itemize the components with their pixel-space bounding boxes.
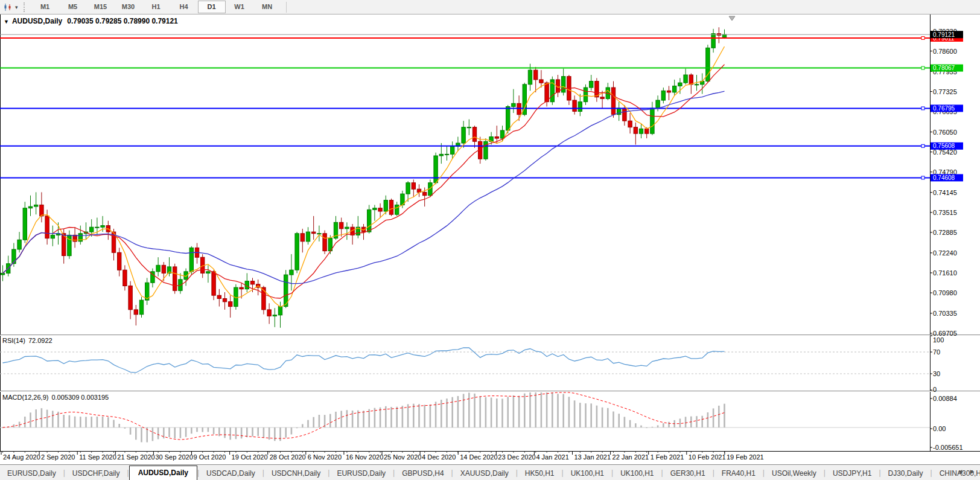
- tab-uk100-h1[interactable]: UK100,H1: [564, 467, 611, 480]
- rsi-indicator-value: 72.0922: [28, 337, 52, 344]
- tab-usdjpy-h1[interactable]: USDJPY,H1: [826, 467, 879, 480]
- svg-text:21 Sep 2020: 21 Sep 2020: [117, 453, 154, 461]
- svg-text:0.00: 0.00: [933, 425, 946, 432]
- tf-button-w1[interactable]: W1: [226, 1, 253, 13]
- macd-pane-label: MACD(12,26,9)0.005309 0.003195: [2, 394, 109, 401]
- tf-button-m30[interactable]: M30: [115, 1, 142, 13]
- chart-type-icon[interactable]: [2, 2, 13, 13]
- tf-button-h1[interactable]: H1: [142, 1, 170, 13]
- toolbar-divider: [286, 2, 287, 13]
- tf-button-mn[interactable]: MN: [253, 1, 281, 13]
- svg-text:9 Oct 2020: 9 Oct 2020: [194, 453, 226, 461]
- svg-text:0.74145: 0.74145: [933, 189, 957, 196]
- tf-button-d1[interactable]: D1: [198, 1, 226, 13]
- tab-usdcad-daily[interactable]: USDCAD,Daily: [199, 467, 262, 480]
- svg-text:1 Feb 2021: 1 Feb 2021: [651, 453, 684, 461]
- svg-text:28 Oct 2020: 28 Oct 2020: [270, 453, 306, 461]
- chart-symbol-label: AUDUSD,Daily: [12, 17, 62, 25]
- tab-xauusd-daily[interactable]: XAUUSD,Daily: [453, 467, 516, 480]
- tab-eurusd-daily[interactable]: EURUSD,Daily: [329, 467, 393, 480]
- tf-button-m5[interactable]: M5: [59, 1, 87, 13]
- chart-canvas[interactable]: 0.792300.786000.779550.773250.766950.760…: [0, 0, 980, 467]
- tab-fra40-h1[interactable]: FRA40,H1: [714, 467, 763, 480]
- tab-dj30-daily[interactable]: DJ30,Daily: [881, 467, 931, 480]
- svg-text:14 Dec 2020: 14 Dec 2020: [460, 453, 497, 461]
- svg-text:24 Aug 2020: 24 Aug 2020: [3, 453, 40, 461]
- toolbar-grip[interactable]: [24, 2, 28, 12]
- svg-text:23 Dec 2020: 23 Dec 2020: [498, 453, 535, 461]
- collapse-chart-icon[interactable]: ▼: [4, 19, 9, 25]
- svg-text:0.00884: 0.00884: [933, 395, 957, 402]
- svg-text:70: 70: [933, 348, 940, 356]
- svg-text:0.73515: 0.73515: [933, 209, 957, 216]
- svg-text:0.70980: 0.70980: [933, 289, 957, 296]
- tab-scroll-right-icon[interactable]: ▶: [968, 469, 976, 475]
- chart-title: ▼AUDUSD,Daily0.79035 0.79285 0.78990 0.7…: [4, 17, 178, 25]
- timeframe-buttons: M1M5M15M30H1H4D1W1MN: [31, 1, 281, 14]
- svg-text:13 Jan 2021: 13 Jan 2021: [574, 453, 611, 461]
- tab-audusd-daily[interactable]: AUDUSD,Daily: [129, 466, 197, 480]
- tf-button-m1[interactable]: M1: [31, 1, 59, 13]
- svg-text:0.77325: 0.77325: [933, 88, 957, 95]
- svg-text:0.75608: 0.75608: [933, 142, 955, 149]
- tab-usoil-weekly[interactable]: USOil,Weekly: [765, 467, 824, 480]
- toolbar: ▾ M1M5M15M30H1H4D1W1MN: [0, 0, 980, 14]
- macd-indicator-value: 0.005309 0.003195: [51, 394, 109, 401]
- svg-text:30 Sep 2020: 30 Sep 2020: [155, 453, 192, 461]
- svg-text:19 Oct 2020: 19 Oct 2020: [232, 453, 268, 461]
- svg-text:0.70335: 0.70335: [933, 310, 957, 317]
- svg-text:-0.005651: -0.005651: [933, 444, 963, 451]
- tab-hk50-h1[interactable]: HK50,H1: [518, 467, 562, 480]
- tab-usdcnh-daily[interactable]: USDCNH,Daily: [264, 467, 328, 480]
- svg-text:0.72240: 0.72240: [933, 249, 957, 257]
- svg-text:16 Nov 2020: 16 Nov 2020: [346, 453, 383, 461]
- svg-text:0.71610: 0.71610: [933, 269, 957, 277]
- chart-ohlc-values: 0.79035 0.79285 0.78990 0.79121: [67, 17, 178, 25]
- svg-text:4 Jan 2021: 4 Jan 2021: [536, 453, 568, 461]
- tab-ger30-h1[interactable]: GER30,H1: [663, 467, 713, 480]
- svg-text:10 Feb 2021: 10 Feb 2021: [689, 453, 726, 461]
- svg-text:0.76795: 0.76795: [933, 105, 955, 112]
- tab-gbpusd-h4[interactable]: GBPUSD,H4: [395, 467, 451, 480]
- tab-scroll-left-icon[interactable]: ◀: [956, 469, 964, 475]
- svg-text:0.74608: 0.74608: [933, 174, 955, 181]
- svg-text:2 Sep 2020: 2 Sep 2020: [41, 453, 75, 461]
- chart-tools-group: ▾: [0, 1, 22, 14]
- svg-text:22 Jan 2021: 22 Jan 2021: [612, 453, 649, 461]
- svg-text:25 Nov 2020: 25 Nov 2020: [384, 453, 421, 461]
- mt4-window: ▾ M1M5M15M30H1H4D1W1MN 0.792300.786000.7…: [0, 0, 980, 480]
- tf-button-m15[interactable]: M15: [87, 1, 115, 13]
- tab-usdchf-daily[interactable]: USDCHF,Daily: [65, 467, 127, 480]
- symbol-tabbar: EURUSD,Daily|USDCHF,Daily|AUDUSD,Daily|U…: [0, 464, 980, 480]
- rsi-indicator-name: RSI(14): [2, 337, 25, 344]
- svg-text:11 Sep 2020: 11 Sep 2020: [79, 453, 116, 461]
- svg-text:19 Feb 2021: 19 Feb 2021: [727, 453, 764, 461]
- svg-text:0.78067: 0.78067: [933, 65, 955, 71]
- tab-uk100-h1[interactable]: UK100,H1: [613, 467, 661, 480]
- rsi-pane-label: RSI(14)72.0922: [2, 337, 52, 344]
- tab-eurusd-daily[interactable]: EURUSD,Daily: [0, 467, 63, 480]
- tf-button-h4[interactable]: H4: [170, 1, 198, 13]
- chart-background: [0, 14, 980, 464]
- svg-text:0.76050: 0.76050: [933, 129, 957, 136]
- svg-text:30: 30: [933, 370, 940, 377]
- svg-text:0.78600: 0.78600: [933, 48, 957, 55]
- svg-text:6 Nov 2020: 6 Nov 2020: [308, 453, 342, 461]
- svg-text:4 Dec 2020: 4 Dec 2020: [422, 453, 456, 461]
- svg-text:0.72885: 0.72885: [933, 229, 957, 236]
- svg-text:0.79121: 0.79121: [933, 31, 955, 38]
- svg-text:100: 100: [933, 336, 944, 344]
- svg-text:0: 0: [933, 386, 937, 393]
- macd-indicator-name: MACD(12,26,9): [2, 394, 48, 401]
- chart-type-dropdown-icon[interactable]: ▾: [13, 4, 20, 10]
